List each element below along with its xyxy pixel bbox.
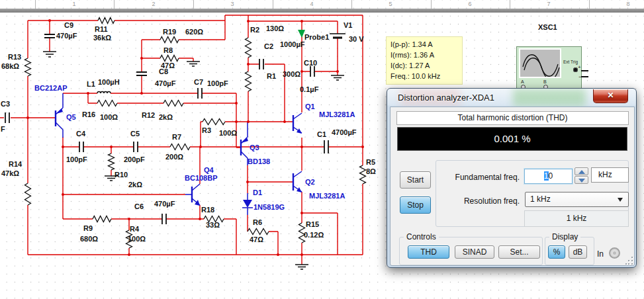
component-label: R9 (83, 224, 93, 232)
component-label: R15 (306, 220, 319, 228)
component-label: 620Ω (185, 28, 203, 36)
terminal-stub (581, 70, 588, 71)
oscilloscope-screen-icon (519, 48, 561, 78)
component-label: R14 (9, 160, 23, 168)
sinad-mode-button[interactable]: SINAD (455, 245, 494, 259)
component-label: 470µF (56, 32, 77, 40)
component-label: 0.1µF (300, 85, 319, 93)
input-text: 0 (549, 171, 553, 181)
component-label: R12 (142, 111, 155, 119)
component-label: Q2 (305, 178, 315, 186)
component-label: 100pF (207, 79, 228, 87)
component-label: 130Ω (266, 24, 284, 32)
probe-irms: I(rms): 1.36 A (391, 50, 458, 60)
ext-trig-terminal[interactable] (573, 67, 578, 72)
resize-grip[interactable] (625, 257, 633, 265)
component-label: 100pF (66, 155, 87, 163)
thd-header: Total harmonic distortion (THD) (396, 111, 629, 125)
dialog-title: Distortion analyzer-XDA1 (398, 93, 494, 103)
component-label: XSC1 (538, 23, 557, 31)
resolution-freq-static: 1 kHz (524, 210, 629, 227)
dropdown-value: 1 kHz (530, 194, 551, 204)
in-terminal-label: In (597, 249, 604, 259)
component-label: C7 (194, 78, 203, 86)
component-label: C6 (134, 202, 144, 210)
dialog-titlebar[interactable]: Distortion analyzer-XDA1 ✕ (387, 89, 636, 107)
component-label: 47kΩ (1, 169, 19, 177)
component-label: MJL3281A (309, 192, 345, 200)
component-label: BD138 (248, 157, 270, 165)
component-label: 36kΩ (93, 34, 111, 42)
component-label: 470µF (155, 79, 176, 87)
component-label: C2 (264, 42, 273, 50)
set-button[interactable]: Set... (498, 245, 540, 259)
component-label: 100Ω (100, 113, 118, 121)
spinner-up-button[interactable] (575, 167, 588, 175)
component-label: R4 (130, 225, 140, 233)
ext-trig-label: Ext Trig (563, 60, 578, 64)
component-label: 4700µF (332, 128, 357, 136)
component-label: 300Ω (283, 70, 300, 78)
display-group-label: Display (549, 232, 580, 241)
down-arrow-icon (578, 179, 585, 183)
component-label: R1 (267, 72, 276, 80)
component-label: D1 (253, 189, 262, 196)
component-label: C1 (317, 130, 326, 138)
up-arrow-icon (578, 170, 585, 174)
probe-measurement-tooltip: I(p-p): 1.34 A I(rms): 1.36 A I(dc): 1.2… (386, 36, 463, 85)
component-label: 100µH (98, 78, 120, 86)
close-icon: ✕ (607, 91, 614, 100)
component-label: R10 (115, 171, 128, 179)
probe-idc: I(dc): 1.27 A (391, 60, 458, 71)
component-label: C8 (159, 67, 168, 75)
component-label: MJL3281A (319, 110, 355, 118)
channel-b-label: B (543, 79, 547, 84)
oscilloscope-instrument-xsc1[interactable]: Ext Trig + − A B (516, 46, 582, 91)
component-label: 2kΩ (159, 113, 173, 121)
dialog-client-area: Total harmonic distortion (THD) 0.001 % … (390, 107, 635, 266)
fundamental-freq-input[interactable]: 10 (524, 169, 573, 184)
start-button[interactable]: Start (400, 171, 431, 189)
fundamental-freq-spinner (575, 167, 588, 184)
component-label: R19 (163, 28, 176, 36)
component-label: Q3 (250, 144, 259, 151)
component-label: 30 V (349, 35, 364, 43)
plus-terminal-label: + (578, 64, 581, 70)
component-label: C9 (64, 21, 73, 29)
selected-text: 1 (544, 171, 549, 181)
chevron-down-icon (618, 198, 623, 202)
probe-ipp: I(p-p): 1.34 A (391, 39, 458, 50)
component-label: 100Ω (128, 235, 146, 243)
component-label: R16 (82, 110, 95, 118)
component-label: 680Ω (80, 235, 98, 243)
terminal-stub (581, 76, 588, 77)
db-display-button[interactable]: dB (569, 245, 587, 259)
close-button[interactable]: ✕ (593, 89, 628, 103)
component-label: Probe1 (304, 33, 329, 41)
fundamental-freq-label: Fundamental freq. (447, 173, 520, 182)
resolution-freq-label: Resolution freq. (447, 196, 520, 206)
stop-button[interactable]: Stop (400, 196, 431, 214)
component-label: 100Ω (219, 129, 237, 137)
component-label: F (1, 125, 5, 133)
glass-blur-decoration (513, 89, 586, 107)
component-label: R8 (163, 46, 173, 54)
in-terminal-connector[interactable] (609, 247, 620, 259)
component-label: BC212AP (34, 84, 68, 92)
resolution-freq-dropdown[interactable]: 1 kHz (525, 192, 629, 207)
percent-display-button[interactable]: % (548, 245, 565, 259)
component-label: L1 (87, 80, 95, 88)
controls-group-label: Controls (404, 232, 439, 241)
thd-mode-button[interactable]: THD (408, 245, 449, 259)
component-label: 200pF (124, 155, 145, 163)
thd-value: 0.001 % (494, 133, 530, 144)
spinner-down-button[interactable] (575, 176, 588, 184)
component-label: C10 (304, 59, 317, 67)
component-label: 1000µF (280, 40, 305, 48)
component-label: 33Ω (206, 221, 220, 229)
component-label: C4 (76, 130, 86, 138)
component-label: R7 (172, 133, 181, 141)
thd-value-display: 0.001 % (397, 127, 627, 151)
component-label: 47Ω (250, 235, 263, 243)
component-label: R18 (201, 206, 214, 214)
